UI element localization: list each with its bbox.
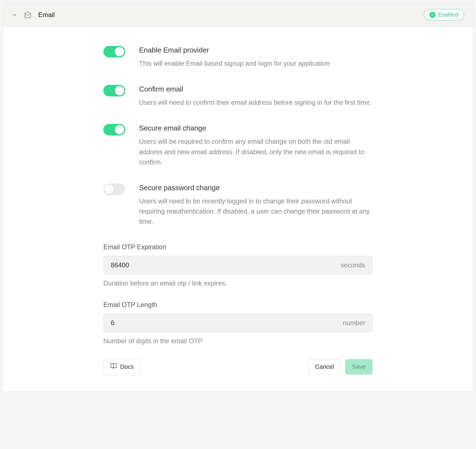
input-suffix: number [343, 319, 365, 327]
panel-header: Email Enabled [3, 3, 473, 27]
save-button[interactable]: Save [345, 359, 373, 375]
field-label: Email OTP Expiration [103, 243, 373, 251]
toggle-secure-password-change[interactable] [103, 184, 125, 195]
status-label: Enabled [438, 12, 458, 18]
field-otp-expiration: Email OTP Expiration seconds Duration be… [103, 243, 373, 287]
status-badge: Enabled [424, 9, 464, 20]
setting-title: Enable Email provider [139, 46, 373, 54]
header-left: Email [12, 11, 55, 19]
panel-title: Email [38, 11, 55, 19]
content: Enable Email provider This will enable E… [98, 46, 378, 375]
footer-row: Docs Cancel Save [103, 359, 373, 375]
otp-length-input[interactable] [111, 314, 343, 332]
setting-enable-email-provider: Enable Email provider This will enable E… [103, 46, 373, 68]
setting-secure-email-change: Secure email change Users will be requir… [103, 124, 373, 167]
field-label: Email OTP Length [103, 301, 373, 309]
setting-confirm-email: Confirm email Users will need to confirm… [103, 85, 373, 107]
setting-secure-password-change: Secure password change Users will need t… [103, 184, 373, 227]
chevron-up-icon[interactable] [12, 12, 17, 18]
setting-title: Secure password change [139, 184, 373, 192]
field-otp-length: Email OTP Length number Number of digits… [103, 301, 373, 345]
input-suffix: seconds [341, 261, 365, 269]
setting-description: Users will be required to confirm any em… [139, 136, 373, 167]
toggle-enable-email-provider[interactable] [103, 46, 125, 57]
panel-body: Enable Email provider This will enable E… [3, 27, 473, 392]
input-wrapper: number [103, 314, 373, 332]
email-settings-panel: Email Enabled Enable Email provider This… [3, 3, 473, 392]
field-helper: Duration before an email otp / link expi… [103, 279, 373, 287]
input-wrapper: seconds [103, 256, 373, 275]
setting-description: This will enable Email based signup and … [139, 58, 373, 68]
setting-title: Confirm email [139, 85, 373, 93]
toggle-confirm-email[interactable] [103, 85, 125, 96]
email-icon [24, 11, 32, 19]
setting-description: Users will need to be recently logged in… [139, 196, 373, 227]
toggle-secure-email-change[interactable] [103, 124, 125, 135]
setting-title: Secure email change [139, 124, 373, 132]
docs-label: Docs [120, 363, 134, 370]
field-helper: Number of digits in the email OTP [103, 337, 373, 345]
otp-expiration-input[interactable] [111, 256, 341, 274]
check-icon [430, 12, 436, 18]
setting-description: Users will need to confirm their email a… [139, 97, 373, 107]
footer-right: Cancel Save [308, 359, 373, 375]
cancel-button[interactable]: Cancel [308, 359, 341, 375]
docs-button[interactable]: Docs [103, 359, 141, 375]
book-icon [110, 363, 117, 371]
